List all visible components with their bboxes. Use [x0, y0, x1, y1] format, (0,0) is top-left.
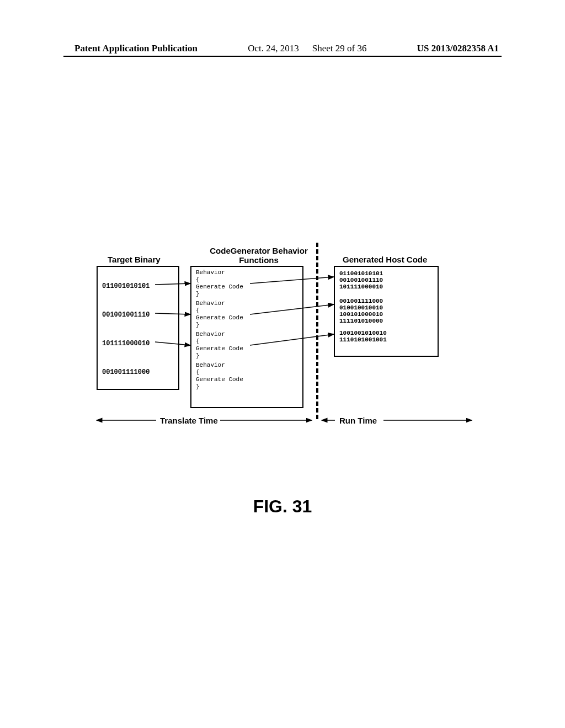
- generate-code-stmt: Generate Code: [196, 345, 243, 352]
- generate-code-stmt: Generate Code: [196, 283, 243, 290]
- host-code-block: 001001111000 010010010010 100101000010 1…: [339, 298, 383, 324]
- brace-close: }: [196, 291, 200, 297]
- generated-host-code-box: 011001010101 001001001110 101111000010 0…: [334, 266, 439, 357]
- target-binary-row: 001001001110: [102, 311, 150, 319]
- brace-close: }: [196, 322, 200, 328]
- host-code-line: 010010010010: [339, 304, 383, 311]
- page-header: Patent Application Publication Oct. 24, …: [0, 43, 565, 54]
- header-date: Oct. 24, 2013: [248, 43, 299, 54]
- run-time-label: Run Time: [339, 416, 377, 425]
- brace-open: {: [196, 307, 200, 314]
- behavior-block: Behavior { Generate Code }: [196, 331, 243, 360]
- col-title-generated-host-code: Generated Host Code: [343, 255, 427, 264]
- behavior-block: Behavior { Generate Code }: [196, 269, 243, 298]
- behavior-keyword: Behavior: [196, 269, 225, 276]
- header-rule: [63, 56, 502, 57]
- figure-number-label: FIG. 31: [0, 496, 565, 517]
- col-title-target-binary: Target Binary: [108, 255, 161, 264]
- behavior-keyword: Behavior: [196, 362, 225, 368]
- brace-close: }: [196, 352, 200, 359]
- generate-code-stmt: Generate Code: [196, 376, 243, 383]
- behavior-keyword: Behavior: [196, 331, 225, 338]
- host-code-line: 011001010101: [339, 270, 383, 277]
- translate-time-label: Translate Time: [160, 416, 218, 425]
- host-code-line: 100101000010: [339, 311, 383, 318]
- brace-open: {: [196, 369, 200, 376]
- brace-open: {: [196, 276, 200, 283]
- behavior-block: Behavior { Generate Code }: [196, 362, 243, 390]
- host-code-line: 001001001110: [339, 277, 383, 283]
- host-code-block: 011001010101 001001001110 101111000010: [339, 270, 383, 290]
- brace-open: {: [196, 338, 200, 345]
- host-code-line: 101111000010: [339, 283, 383, 290]
- header-publication-type: Patent Application Publication: [74, 43, 198, 54]
- col-title-code-generator: CodeGenerator Behavior Functions: [209, 246, 308, 265]
- behavior-block: Behavior { Generate Code }: [196, 300, 243, 329]
- figure-31: Target Binary CodeGenerator Behavior Fun…: [97, 250, 483, 471]
- host-code-line: 111101010000: [339, 318, 383, 324]
- code-generator-box: Behavior { Generate Code } Behavior { Ge…: [190, 266, 303, 408]
- header-middle: Oct. 24, 2013 Sheet 29 of 36: [248, 43, 366, 54]
- host-code-line: 1001001010010: [339, 330, 387, 336]
- target-binary-box: 011001010101 001001001110 101111000010 0…: [97, 266, 179, 390]
- patent-page: Patent Application Publication Oct. 24, …: [0, 0, 565, 728]
- host-code-line: 001001111000: [339, 298, 383, 304]
- target-binary-row: 001001111000: [102, 368, 150, 376]
- header-sheet: Sheet 29 of 36: [312, 43, 367, 54]
- header-pub-number: US 2013/0282358 A1: [417, 43, 499, 54]
- host-code-line: 1110101001001: [339, 336, 387, 343]
- brace-close: }: [196, 383, 200, 390]
- generate-code-stmt: Generate Code: [196, 314, 243, 321]
- target-binary-row: 101111000010: [102, 340, 150, 347]
- behavior-keyword: Behavior: [196, 300, 225, 307]
- target-binary-row: 011001010101: [102, 282, 150, 290]
- translate-runtime-divider: [316, 243, 318, 419]
- timeline-labels: Translate Time Run Time: [97, 416, 483, 428]
- host-code-block: 1001001010010 1110101001001: [339, 330, 387, 343]
